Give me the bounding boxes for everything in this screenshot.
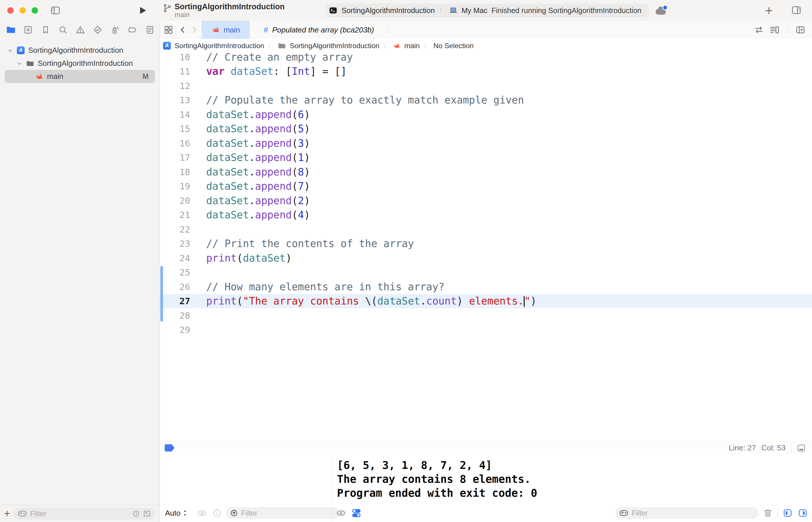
- line-number[interactable]: 26: [160, 282, 190, 292]
- code-text[interactable]: // How many elements are in this array?: [190, 281, 445, 293]
- trash-icon[interactable]: [763, 508, 773, 518]
- line-number[interactable]: 28: [160, 310, 190, 321]
- forward-chevron-icon[interactable]: [189, 25, 199, 35]
- code-line-25[interactable]: 25: [160, 265, 812, 280]
- source-change-bar[interactable]: [160, 266, 163, 322]
- run-destination-selector[interactable]: My Mac: [461, 6, 487, 15]
- line-number[interactable]: 12: [160, 81, 190, 91]
- code-line-16[interactable]: 16dataSet.append(3): [160, 136, 812, 150]
- code-line-11[interactable]: 11var dataSet: [Int] = []: [160, 64, 812, 79]
- code-text[interactable]: dataSet.append(7): [190, 180, 310, 192]
- console-output[interactable]: [6, 5, 3, 1, 8, 7, 2, 4]The array contai…: [332, 455, 812, 500]
- code-line-22[interactable]: 22: [160, 222, 812, 237]
- find-navigator-icon[interactable]: [58, 25, 68, 35]
- console-filter-field[interactable]: [616, 507, 758, 519]
- add-item-icon[interactable]: +: [4, 508, 10, 519]
- code-line-20[interactable]: 20dataSet.append(2): [160, 194, 812, 208]
- eye-icon[interactable]: [197, 508, 207, 518]
- breadcrumb-selection[interactable]: No Selection: [433, 42, 473, 50]
- back-chevron-icon[interactable]: [178, 25, 188, 35]
- bookmarks-navigator-icon[interactable]: [41, 25, 50, 35]
- code-line-10[interactable]: 10// Create an empty array: [160, 53, 812, 64]
- sidebar-item-main-file[interactable]: main M: [5, 70, 155, 83]
- source-control-status-icon[interactable]: [143, 509, 151, 518]
- marker-tag-icon[interactable]: [165, 444, 175, 451]
- reports-navigator-icon[interactable]: [145, 25, 155, 35]
- code-text[interactable]: // Populate the array to exactly match e…: [190, 94, 524, 106]
- line-number[interactable]: 27: [160, 296, 190, 306]
- code-line-18[interactable]: 18dataSet.append(8): [160, 165, 812, 179]
- debug-navigator-icon[interactable]: [110, 25, 120, 35]
- new-tab-plus-icon[interactable]: +: [765, 2, 773, 19]
- code-line-28[interactable]: 28: [160, 308, 812, 323]
- line-number[interactable]: 29: [160, 324, 190, 335]
- console-filter-input[interactable]: [631, 509, 755, 518]
- debugger-toggles-icon[interactable]: [351, 507, 362, 519]
- breadcrumb-file[interactable]: main: [404, 42, 420, 50]
- tab-main[interactable]: main: [202, 21, 250, 39]
- code-text[interactable]: dataSet.append(8): [190, 166, 310, 178]
- recent-files-clock-icon[interactable]: [132, 509, 140, 518]
- show-variables-view-icon[interactable]: [783, 508, 793, 518]
- variables-filter-input[interactable]: [241, 509, 335, 518]
- eye-icon[interactable]: [336, 508, 346, 518]
- scope-selector[interactable]: Auto: [164, 509, 188, 518]
- code-line-17[interactable]: 17dataSet.append(1): [160, 150, 812, 165]
- sidebar-filter-field[interactable]: [14, 508, 155, 519]
- line-number[interactable]: 13: [160, 95, 190, 105]
- code-line-27[interactable]: 27print("The array contains \(dataSet.co…: [160, 294, 812, 308]
- line-number[interactable]: 17: [160, 152, 190, 163]
- code-line-21[interactable]: 21dataSet.append(4): [160, 208, 812, 222]
- run-button[interactable]: [137, 5, 148, 16]
- breadcrumb-project[interactable]: SortingAlgorithmIntroduction: [175, 42, 264, 50]
- variables-filter-field[interactable]: [226, 507, 339, 519]
- line-number[interactable]: 21: [160, 210, 190, 220]
- code-text[interactable]: dataSet.append(3): [190, 138, 310, 149]
- show-console-view-icon[interactable]: [797, 508, 808, 518]
- split-editor-icon[interactable]: [795, 25, 806, 35]
- line-number[interactable]: 16: [160, 138, 190, 148]
- issues-navigator-icon[interactable]: [75, 25, 85, 35]
- breakpoints-navigator-icon[interactable]: [128, 25, 138, 35]
- code-text[interactable]: print("The array contains \(dataSet.coun…: [190, 295, 536, 307]
- tab-overview-icon[interactable]: [164, 25, 174, 35]
- line-number[interactable]: 22: [160, 224, 190, 235]
- hide-debug-area-icon[interactable]: [796, 443, 806, 453]
- scheme-selector[interactable]: SortingAlgorithmIntroduction: [342, 6, 435, 15]
- zoom-window-button[interactable]: [32, 7, 38, 14]
- line-number[interactable]: 20: [160, 196, 190, 206]
- code-text[interactable]: dataSet.append(2): [190, 195, 310, 206]
- tests-navigator-icon[interactable]: [93, 25, 103, 35]
- code-text[interactable]: dataSet.append(4): [190, 209, 310, 221]
- code-text[interactable]: dataSet.append(1): [190, 152, 310, 163]
- activity-status-text[interactable]: Finished running SortingAlgorithmIntrodu…: [491, 6, 642, 15]
- code-text[interactable]: print(dataSet): [190, 252, 292, 264]
- code-text[interactable]: // Print the contents of the array: [190, 238, 414, 249]
- code-line-15[interactable]: 15dataSet.append(5): [160, 122, 812, 136]
- cloud-activity-icon[interactable]: [654, 5, 668, 16]
- sidebar-toggle-icon[interactable]: [50, 5, 61, 16]
- line-number[interactable]: 14: [160, 109, 190, 120]
- sidebar-item-group[interactable]: SortingAlgorithmIntroduction: [0, 57, 160, 70]
- line-number[interactable]: 19: [160, 181, 190, 192]
- line-number[interactable]: 24: [160, 253, 190, 263]
- chevron-down-icon[interactable]: [7, 47, 13, 54]
- source-control-navigator-icon[interactable]: [23, 25, 33, 35]
- line-number[interactable]: 18: [160, 167, 190, 177]
- line-number[interactable]: 23: [160, 238, 190, 249]
- code-line-13[interactable]: 13// Populate the array to exactly match…: [160, 93, 812, 107]
- sidebar-filter-input[interactable]: [29, 509, 129, 518]
- code-text[interactable]: dataSet.append(6): [190, 109, 310, 120]
- sidebar-item-project[interactable]: A SortingAlgorithmIntroduction: [0, 44, 160, 57]
- code-text[interactable]: dataSet.append(5): [190, 123, 310, 135]
- inspector-toggle-icon[interactable]: [791, 5, 802, 16]
- code-line-26[interactable]: 26// How many elements are in this array…: [160, 280, 812, 294]
- line-number[interactable]: 10: [160, 53, 190, 62]
- minimize-window-button[interactable]: [19, 7, 26, 14]
- code-text[interactable]: // Create an empty array: [190, 53, 353, 63]
- project-navigator-icon[interactable]: [6, 25, 16, 35]
- line-number[interactable]: 25: [160, 267, 190, 278]
- code-line-19[interactable]: 19dataSet.append(7): [160, 179, 812, 194]
- code-line-29[interactable]: 29: [160, 323, 812, 337]
- info-icon[interactable]: [212, 508, 222, 518]
